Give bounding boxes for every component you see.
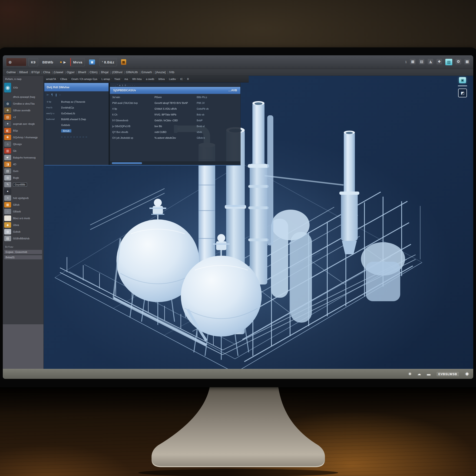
tray-logo-icon[interactable]: ❖: [465, 371, 469, 377]
session-tab[interactable]: ◍: [6, 58, 27, 66]
menu-item[interactable]: GfMAUth: [126, 71, 141, 74]
property-extra[interactable]: Bvvb vl: [197, 125, 238, 131]
toolbar-segment[interactable]: Oowh / Ch amags Gya: [71, 78, 101, 80]
sidebar-item[interactable]: ◌ GBavb: [4, 208, 43, 215]
toolbar-segment[interactable]: ma: [124, 78, 131, 80]
tray-pill-icon[interactable]: ▬: [427, 372, 430, 376]
property-value[interactable]: GvbGh. fvCbbv -CBD: [154, 119, 196, 125]
property-extra[interactable]: Bvb·vb: [197, 113, 238, 119]
toolbar-icon[interactable]: ▤: [419, 59, 425, 64]
orange-tab[interactable]: ▩: [119, 58, 129, 66]
sidebar-item[interactable]: ▨ <2: [4, 114, 43, 120]
menu-item[interactable]: Ctbm): [90, 71, 100, 74]
dialog-scrollbar[interactable]: [110, 161, 240, 165]
sidebar-section-row[interactable]: Evgwa : Exavvmvb: [4, 250, 42, 254]
dialog-right-titlebar[interactable]: SjSPBDDCASUv …AVB: [110, 87, 240, 94]
tree-row[interactable]: Pwd b Dvvbhd(Cp: [44, 105, 109, 110]
sidebar-item[interactable]: ◎ Bvgb: [4, 174, 43, 181]
sidebar-item[interactable]: ◉ XXb: [4, 82, 43, 93]
toolbar-icon[interactable]: ▥: [445, 59, 452, 65]
property-label[interactable]: 6 Ch: [112, 113, 154, 119]
tray-cloud-icon[interactable]: ☁: [417, 372, 421, 376]
property-value[interactable]: Gvvvhf abvgf TBYD BVV BvhP: [154, 102, 196, 107]
sidebar-section-row[interactable]: Bvba(0): [4, 255, 42, 259]
toolbar-icon[interactable]: ❂: [456, 59, 461, 64]
toolbar-segment[interactable]: IC: [180, 78, 186, 80]
property-label[interactable]: 4 9p: [112, 107, 154, 113]
sidebar-item[interactable]: ◧ BSp: [4, 127, 43, 134]
property-value[interactable]: vvbl CUBD: [154, 131, 196, 136]
toolbar-segment[interactable]: bfdva: [158, 78, 168, 80]
viewport-3d[interactable]: wmab?ACBwaOowh / Ch amags GyaL amapYiwsl…: [44, 76, 473, 369]
measure-box-icon[interactable]: ◩: [458, 88, 467, 97]
sidebar-item[interactable]: ❖ GBvav avvmdb: [4, 107, 43, 114]
toolbar-icon[interactable]: ▩: [464, 59, 470, 64]
property-label[interactable]: jv GBvDQPvLVB: [112, 125, 154, 131]
property-extra[interactable]: GvbvPb vb: [197, 107, 238, 113]
sidebar-item[interactable]: ⌂ Qbvagv: [4, 141, 43, 147]
property-value[interactable]: GVbbX 5.VDU.vBVb: [154, 107, 196, 113]
menu-item[interactable]: Gafmw: [6, 71, 18, 74]
menu-item[interactable]: (OBhvvl: [112, 71, 125, 74]
toolbar-segment[interactable]: L amap: [102, 78, 113, 80]
menu-item[interactable]: [Avuzw]: [155, 71, 168, 74]
sidebar-item[interactable]: ◍ Gvbvb: [4, 228, 43, 235]
menu-item[interactable]: Cfma: [43, 71, 53, 74]
sidebar-item[interactable]: ▤ GGBvBBvb/vb: [4, 235, 43, 242]
property-value[interactable]: bvv Bb: [154, 125, 196, 131]
property-value[interactable]: PGvvv: [154, 96, 196, 102]
k9-tab[interactable]: K9: [28, 58, 38, 66]
property-extra[interactable]: GBvb b: [197, 136, 238, 142]
toolbar-segment[interactable]: wmab?A: [46, 78, 59, 80]
menu-item[interactable]: Bhwrll: [78, 71, 88, 74]
property-label[interactable]: PWl avail (TAUCbb bvp: [112, 102, 154, 107]
property-label[interactable]: QY Bvv vbvvlb: [112, 131, 154, 136]
menu-item[interactable]: BBavd: [19, 71, 31, 74]
menu-item[interactable]: Emvwrh: [141, 71, 154, 74]
scrollbar-thumb[interactable]: [112, 162, 142, 164]
toolbar-segment[interactable]: Yiwsl: [114, 78, 124, 80]
bz-tab[interactable]: ʼ 8.B&z: [99, 58, 117, 66]
menu-item[interactable]: Ogpvr: [67, 71, 77, 74]
property-extra[interactable]: BvbP: [197, 119, 238, 125]
run-tab[interactable]: ● ▶: [57, 58, 68, 66]
sidebar-item[interactable]: ▦ GBvb: [4, 201, 43, 208]
cyan-cube-icon[interactable]: ▣: [459, 77, 466, 83]
sidebar-item[interactable]: ✎ GvyvBBb: [4, 181, 43, 188]
toolbar-icon[interactable]: ❖: [437, 59, 442, 64]
property-label[interactable]: OV jvb Jbvbvbbl vp: [112, 136, 154, 142]
sidebar-item[interactable]: ✱ GQvhmp / rhvmwwgp: [4, 134, 43, 141]
mvva-tab[interactable]: Mvva: [70, 58, 85, 66]
tree-row[interactable]: – – – – – – – – –: [44, 134, 109, 139]
toolbar-segment[interactable]: a owdb: [146, 78, 158, 80]
sidebar-item[interactable]: ◨ 4D: [4, 161, 43, 168]
sidebar-item[interactable]: ◆ Ubva: [4, 221, 43, 228]
menu-item[interactable]: BTGpl: [31, 71, 42, 74]
property-value[interactable]: fVVG. BPTbbv WPb: [154, 113, 196, 119]
sidebar-item[interactable]: ▥ Gb: [4, 147, 43, 154]
toolbar-segment[interactable]: Ladbv: [169, 78, 179, 80]
tray-clock[interactable]: EVBSLWSB: [437, 372, 459, 376]
toolbar-segment[interactable]: R: [187, 78, 189, 80]
property-value[interactable]: % avbvvt vbbvbCbv: [154, 136, 196, 142]
toolbar-icon[interactable]: ◮: [428, 59, 433, 64]
menu-item[interactable]: Bhqal: [101, 71, 111, 74]
image-tab[interactable]: ▣: [87, 58, 97, 66]
sidebar-item[interactable]: dfnck-qvwaqd (hwg: [4, 93, 43, 100]
property-extra[interactable]: BBb Pb p: [197, 96, 238, 102]
tree-row[interactable]: -9 9p Bvvhwp av (Tbvwvvb: [44, 99, 109, 105]
tray-sparkle-icon[interactable]: ❋: [408, 372, 411, 376]
menu-item[interactable]: IVtb: [169, 71, 174, 74]
tree-row[interactable]: Gvbbvb: [44, 122, 109, 128]
property-label[interactable]: 3aʼvain: [112, 96, 154, 102]
dialog-left-controls[interactable]: ⊢ ¶ ❙ ◦: [44, 91, 109, 98]
sidebar-item[interactable]: ▤ Gvm: [4, 168, 43, 174]
property-extra[interactable]: PWl JV: [197, 102, 238, 107]
sidebar-item[interactable]: ●: [4, 188, 43, 195]
toolbar-icon[interactable]: ▦: [410, 59, 416, 64]
sidebar-item[interactable]: ▯ Bbvz a-b mvvb: [4, 215, 43, 221]
sidebar-item[interactable]: ✦ avgmab ave <bvgb: [4, 120, 43, 127]
tree-row[interactable]: wwd jr u GvDvbwd./b: [44, 110, 109, 116]
sidebar-item[interactable]: ◍ Gmdbw-a vbvuTba: [4, 100, 43, 107]
tree-row[interactable]: bwbvvwl BbbNfLvhwawl 5.Dwp: [44, 116, 109, 122]
